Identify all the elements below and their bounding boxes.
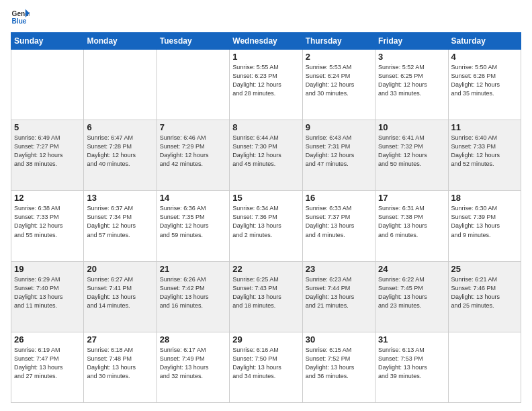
day-info: Sunrise: 6:33 AM Sunset: 7:37 PM Dayligh… — [306, 204, 372, 239]
day-info: Sunrise: 6:37 AM Sunset: 7:34 PM Dayligh… — [87, 204, 153, 239]
day-number: 26 — [14, 334, 81, 345]
weekday-header-monday: Monday — [84, 33, 157, 50]
day-info: Sunrise: 6:15 AM Sunset: 7:52 PM Dayligh… — [306, 346, 372, 381]
empty-day-cell — [84, 50, 157, 120]
empty-day-cell — [448, 332, 521, 402]
day-number: 24 — [378, 264, 445, 274]
day-number: 4 — [451, 52, 518, 62]
calendar-day-10: 10Sunrise: 6:41 AM Sunset: 7:32 PM Dayli… — [375, 120, 448, 191]
calendar-day-2: 2Sunrise: 5:53 AM Sunset: 6:24 PM Daylig… — [302, 50, 375, 120]
day-number: 29 — [232, 334, 299, 345]
calendar-table: SundayMondayTuesdayWednesdayThursdayFrid… — [11, 32, 521, 403]
day-info: Sunrise: 6:40 AM Sunset: 7:33 PM Dayligh… — [451, 134, 518, 169]
day-number: 5 — [14, 122, 81, 132]
day-number: 10 — [378, 122, 445, 132]
calendar-day-5: 5Sunrise: 6:49 AM Sunset: 7:27 PM Daylig… — [11, 120, 84, 191]
weekday-header-thursday: Thursday — [302, 33, 375, 50]
calendar-day-15: 15Sunrise: 6:34 AM Sunset: 7:36 PM Dayli… — [230, 191, 302, 261]
day-number: 15 — [232, 193, 299, 203]
day-info: Sunrise: 6:19 AM Sunset: 7:47 PM Dayligh… — [14, 346, 81, 381]
day-info: Sunrise: 6:29 AM Sunset: 7:40 PM Dayligh… — [14, 275, 81, 310]
calendar-day-4: 4Sunrise: 5:50 AM Sunset: 6:26 PM Daylig… — [448, 50, 521, 120]
calendar-day-14: 14Sunrise: 6:36 AM Sunset: 7:35 PM Dayli… — [157, 191, 229, 261]
day-info: Sunrise: 6:16 AM Sunset: 7:50 PM Dayligh… — [232, 346, 299, 381]
day-number: 31 — [378, 334, 445, 345]
day-number: 13 — [87, 193, 153, 203]
calendar-day-3: 3Sunrise: 5:52 AM Sunset: 6:25 PM Daylig… — [375, 50, 448, 120]
day-number: 1 — [232, 52, 299, 62]
day-number: 22 — [232, 264, 299, 274]
day-number: 21 — [160, 264, 226, 274]
weekday-header-row: SundayMondayTuesdayWednesdayThursdayFrid… — [11, 33, 521, 50]
weekday-header-friday: Friday — [375, 33, 448, 50]
day-info: Sunrise: 6:41 AM Sunset: 7:32 PM Dayligh… — [378, 134, 445, 169]
header: General Blue — [11, 8, 521, 27]
day-number: 20 — [87, 264, 153, 274]
calendar-day-26: 26Sunrise: 6:19 AM Sunset: 7:47 PM Dayli… — [11, 332, 84, 402]
day-number: 12 — [14, 193, 81, 203]
day-info: Sunrise: 5:53 AM Sunset: 6:24 PM Dayligh… — [306, 63, 372, 98]
day-info: Sunrise: 6:22 AM Sunset: 7:45 PM Dayligh… — [378, 275, 445, 310]
day-info: Sunrise: 5:50 AM Sunset: 6:26 PM Dayligh… — [451, 63, 518, 98]
logo-icon: General Blue — [11, 8, 30, 27]
day-number: 25 — [451, 264, 518, 274]
calendar-day-9: 9Sunrise: 6:43 AM Sunset: 7:31 PM Daylig… — [302, 120, 375, 191]
calendar-day-31: 31Sunrise: 6:13 AM Sunset: 7:53 PM Dayli… — [375, 332, 448, 402]
day-number: 11 — [451, 122, 518, 132]
day-number: 17 — [378, 193, 445, 203]
day-info: Sunrise: 6:13 AM Sunset: 7:53 PM Dayligh… — [378, 346, 445, 381]
calendar-day-11: 11Sunrise: 6:40 AM Sunset: 7:33 PM Dayli… — [448, 120, 521, 191]
day-number: 8 — [232, 122, 299, 132]
day-number: 30 — [306, 334, 372, 345]
day-number: 3 — [378, 52, 445, 62]
day-info: Sunrise: 6:47 AM Sunset: 7:28 PM Dayligh… — [87, 134, 153, 169]
weekday-header-saturday: Saturday — [448, 33, 521, 50]
weekday-header-wednesday: Wednesday — [230, 33, 302, 50]
calendar-week-row: 1Sunrise: 5:55 AM Sunset: 6:23 PM Daylig… — [11, 50, 521, 120]
calendar-day-18: 18Sunrise: 6:30 AM Sunset: 7:39 PM Dayli… — [448, 191, 521, 261]
calendar-day-17: 17Sunrise: 6:31 AM Sunset: 7:38 PM Dayli… — [375, 191, 448, 261]
day-info: Sunrise: 6:44 AM Sunset: 7:30 PM Dayligh… — [232, 134, 299, 169]
calendar-day-16: 16Sunrise: 6:33 AM Sunset: 7:37 PM Dayli… — [302, 191, 375, 261]
calendar-day-28: 28Sunrise: 6:17 AM Sunset: 7:49 PM Dayli… — [157, 332, 229, 402]
calendar-day-12: 12Sunrise: 6:38 AM Sunset: 7:33 PM Dayli… — [11, 191, 84, 261]
day-number: 23 — [306, 264, 372, 274]
day-number: 28 — [160, 334, 226, 345]
calendar-day-19: 19Sunrise: 6:29 AM Sunset: 7:40 PM Dayli… — [11, 261, 84, 332]
empty-day-cell — [11, 50, 84, 120]
day-info: Sunrise: 6:31 AM Sunset: 7:38 PM Dayligh… — [378, 204, 445, 239]
calendar-day-25: 25Sunrise: 6:21 AM Sunset: 7:46 PM Dayli… — [448, 261, 521, 332]
day-number: 14 — [160, 193, 226, 203]
calendar-day-1: 1Sunrise: 5:55 AM Sunset: 6:23 PM Daylig… — [230, 50, 302, 120]
day-info: Sunrise: 6:21 AM Sunset: 7:46 PM Dayligh… — [451, 275, 518, 310]
calendar-day-21: 21Sunrise: 6:26 AM Sunset: 7:42 PM Dayli… — [157, 261, 229, 332]
calendar-day-6: 6Sunrise: 6:47 AM Sunset: 7:28 PM Daylig… — [84, 120, 157, 191]
day-info: Sunrise: 5:52 AM Sunset: 6:25 PM Dayligh… — [378, 63, 445, 98]
day-info: Sunrise: 6:36 AM Sunset: 7:35 PM Dayligh… — [160, 204, 226, 239]
day-number: 7 — [160, 122, 226, 132]
calendar-day-29: 29Sunrise: 6:16 AM Sunset: 7:50 PM Dayli… — [230, 332, 302, 402]
day-info: Sunrise: 6:30 AM Sunset: 7:39 PM Dayligh… — [451, 204, 518, 239]
day-info: Sunrise: 6:18 AM Sunset: 7:48 PM Dayligh… — [87, 346, 153, 381]
day-info: Sunrise: 6:34 AM Sunset: 7:36 PM Dayligh… — [232, 204, 299, 239]
page: General Blue SundayMondayTuesdayWednesda… — [0, 0, 532, 411]
day-number: 16 — [306, 193, 372, 203]
weekday-header-sunday: Sunday — [11, 33, 84, 50]
calendar-day-24: 24Sunrise: 6:22 AM Sunset: 7:45 PM Dayli… — [375, 261, 448, 332]
empty-day-cell — [157, 50, 229, 120]
svg-text:Blue: Blue — [12, 17, 27, 25]
day-info: Sunrise: 6:23 AM Sunset: 7:44 PM Dayligh… — [306, 275, 372, 310]
day-info: Sunrise: 6:38 AM Sunset: 7:33 PM Dayligh… — [14, 204, 81, 239]
calendar-day-20: 20Sunrise: 6:27 AM Sunset: 7:41 PM Dayli… — [84, 261, 157, 332]
day-info: Sunrise: 5:55 AM Sunset: 6:23 PM Dayligh… — [232, 63, 299, 98]
day-info: Sunrise: 6:49 AM Sunset: 7:27 PM Dayligh… — [14, 134, 81, 169]
day-info: Sunrise: 6:26 AM Sunset: 7:42 PM Dayligh… — [160, 275, 226, 310]
day-number: 18 — [451, 193, 518, 203]
calendar-week-row: 19Sunrise: 6:29 AM Sunset: 7:40 PM Dayli… — [11, 261, 521, 332]
day-number: 27 — [87, 334, 153, 345]
day-info: Sunrise: 6:17 AM Sunset: 7:49 PM Dayligh… — [160, 346, 226, 381]
calendar-day-23: 23Sunrise: 6:23 AM Sunset: 7:44 PM Dayli… — [302, 261, 375, 332]
calendar-week-row: 26Sunrise: 6:19 AM Sunset: 7:47 PM Dayli… — [11, 332, 521, 402]
day-info: Sunrise: 6:27 AM Sunset: 7:41 PM Dayligh… — [87, 275, 153, 310]
day-info: Sunrise: 6:46 AM Sunset: 7:29 PM Dayligh… — [160, 134, 226, 169]
